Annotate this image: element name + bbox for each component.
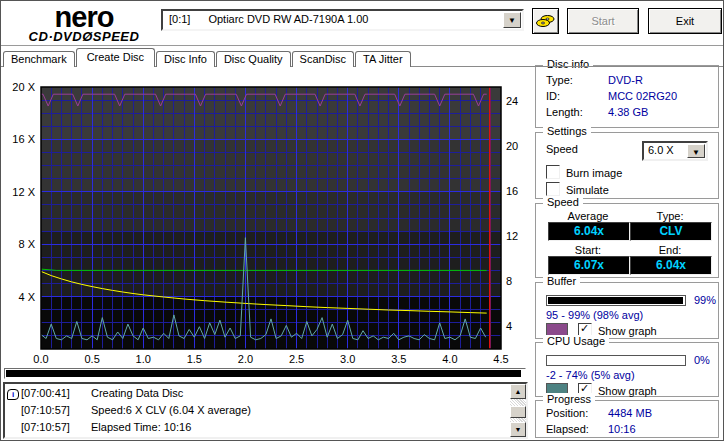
speed-select-dropdown[interactable]: 6.0 X ▼ <box>642 141 708 161</box>
start-speed-display: 6.07x <box>548 256 630 275</box>
chart-background-band <box>41 231 501 297</box>
elapsed-label: Elapsed: <box>546 423 608 435</box>
log-entry: [07:10:57]Elapsed Time: 10:16 <box>7 419 508 436</box>
scrollbar-thumb[interactable] <box>510 406 526 418</box>
x-axis-tick: 3.0 <box>340 353 355 365</box>
write-progress-bar <box>4 368 526 379</box>
x-axis-tick: 2.5 <box>289 353 304 365</box>
speed-type-label: Type: <box>657 210 684 222</box>
progress-group: Progress Position:4484 MB Elapsed:10:16 <box>535 400 719 438</box>
x-axis-tick: 4.5 <box>493 353 508 365</box>
progress-title: Progress <box>543 393 595 405</box>
burn-image-checkbox[interactable] <box>546 165 560 179</box>
cpu-percent: 0% <box>694 354 710 366</box>
y-axis-right-tick: 12 <box>506 230 518 242</box>
disc-glyph-icon: Ø <box>82 29 93 44</box>
simulate-checkbox[interactable] <box>546 182 560 196</box>
tab-disc-quality[interactable]: Disc Quality <box>216 51 291 67</box>
disc-type-value: DVD-R <box>608 74 643 86</box>
chart-background-band <box>41 192 501 231</box>
y-axis-left-tick: 12 X <box>12 186 35 198</box>
log-message: Elapsed Time: 10:16 <box>91 421 191 433</box>
end-speed-display: 6.04x <box>630 256 712 275</box>
y-axis-right-tick: 16 <box>506 185 518 197</box>
x-axis-tick: 4.0 <box>442 353 457 365</box>
position-value: 4484 MB <box>608 407 652 419</box>
disc-id-value: MCC 02RG20 <box>608 90 677 102</box>
disc-info-title: Disc info <box>543 58 593 70</box>
average-speed-display: 6.04x <box>548 222 630 241</box>
chevron-down-icon[interactable]: ▼ <box>503 12 521 28</box>
burn-image-label: Burn image <box>566 167 622 179</box>
speed-select-value: 6.0 X <box>648 144 674 156</box>
y-axis-right-tick: 4 <box>506 320 512 332</box>
nero-logo: nero CD·DVDØSPEED <box>9 3 159 43</box>
tab-benchmark[interactable]: Benchmark <box>3 51 75 67</box>
x-axis-tick: 0.5 <box>84 353 99 365</box>
tab-ta-jitter[interactable]: TA Jitter <box>355 51 411 67</box>
write-progress-fill <box>6 370 521 377</box>
y-axis-right-tick: 8 <box>506 275 512 287</box>
log-icon-spacer <box>7 423 19 434</box>
eject-disc-button[interactable] <box>532 8 559 34</box>
speed-group-title: Speed <box>543 196 583 208</box>
scroll-down-icon[interactable]: ▼ <box>510 422 526 437</box>
simulate-label: Simulate <box>566 184 609 196</box>
log-message: Creating Data Disc <box>91 387 183 399</box>
drive-selector-dropdown[interactable]: [0:1]Optiarc DVD RW AD-7190A 1.00 ▼ <box>161 9 524 31</box>
event-log: i[07:00:41]Creating Data Disc[07:10:57]S… <box>3 382 528 439</box>
cpu-meter <box>546 355 686 366</box>
cpu-show-graph-label: Show graph <box>598 385 657 397</box>
cpu-usage-title: CPU Usage <box>543 335 609 347</box>
speed-type-display: CLV <box>630 222 712 241</box>
log-entry: [07:10:57]Speed:6 X CLV (6.04 X average) <box>7 402 508 419</box>
drive-selector-value: [0:1]Optiarc DVD RW AD-7190A 1.00 <box>169 13 368 25</box>
average-speed-label: Average <box>568 210 609 222</box>
x-axis-tick: 3.5 <box>391 353 406 365</box>
buffer-range-text: 95 - 99% (98% avg) <box>546 309 643 321</box>
elapsed-value: 10:16 <box>608 423 636 435</box>
cpu-usage-group: CPU Usage 0% -2 - 74% (5% avg) Show grap… <box>535 342 719 397</box>
y-axis-left-tick: 8 X <box>18 238 35 250</box>
tab-disc-info[interactable]: Disc Info <box>156 51 215 67</box>
buffer-meter-fill <box>548 297 683 304</box>
buffer-percent: 99% <box>694 294 716 306</box>
simulate-option[interactable]: Simulate <box>546 182 609 196</box>
buffer-title: Buffer <box>543 275 580 287</box>
tab-create-disc[interactable]: Create Disc <box>76 48 155 67</box>
settings-group: Settings Speed 6.0 X ▼ Burn image Simula… <box>535 132 719 199</box>
chevron-down-icon[interactable]: ▼ <box>687 144 705 158</box>
toolbar-separator <box>1 45 724 47</box>
tab-bar: BenchmarkCreate DiscDisc InfoDisc Qualit… <box>3 48 412 66</box>
tab-scandisc[interactable]: ScanDisc <box>292 51 354 67</box>
log-timestamp: [07:10:57] <box>21 402 77 419</box>
disc-info-group: Disc info Type:DVD-R ID:MCC 02RG20 Lengt… <box>535 65 719 128</box>
y-axis-left-tick: 4 X <box>18 291 35 303</box>
exit-button[interactable]: Exit <box>648 8 722 34</box>
burn-image-option[interactable]: Burn image <box>546 165 622 179</box>
log-scrollbar[interactable]: ▲ ▼ <box>510 384 526 437</box>
cpu-range-text: -2 - 74% (5% avg) <box>546 369 635 381</box>
event-log-rows: i[07:00:41]Creating Data Disc[07:10:57]S… <box>7 385 508 436</box>
log-icon-spacer <box>7 406 19 417</box>
speed-group: Speed Average6.04x Type:CLV Start:6.07x … <box>535 203 719 278</box>
y-axis-left-tick: 16 X <box>12 133 35 145</box>
disc-id-label: ID: <box>546 90 608 102</box>
start-button[interactable]: Start <box>567 8 639 34</box>
y-axis-right-tick: 20 <box>506 140 518 152</box>
scroll-up-icon[interactable]: ▲ <box>510 384 526 399</box>
disc-length-value: 4.38 GB <box>608 106 648 118</box>
app-window: nero CD·DVDØSPEED [0:1]Optiarc DVD RW AD… <box>0 0 724 441</box>
log-message: Speed:6 X CLV (6.04 X average) <box>91 404 251 416</box>
start-speed-label: Start: <box>575 244 601 256</box>
position-label: Position: <box>546 407 608 419</box>
x-axis-tick: 1.0 <box>136 353 151 365</box>
disc-type-label: Type: <box>546 74 608 86</box>
disc-length-label: Length: <box>546 106 608 118</box>
log-timestamp: [07:00:41] <box>21 385 77 402</box>
settings-title: Settings <box>543 125 591 137</box>
chart-grid <box>41 87 501 349</box>
buffer-group: Buffer 99% 95 - 99% (98% avg) Show graph <box>535 282 719 339</box>
x-axis-tick: 2.0 <box>238 353 253 365</box>
log-timestamp: [07:10:57] <box>21 419 77 436</box>
